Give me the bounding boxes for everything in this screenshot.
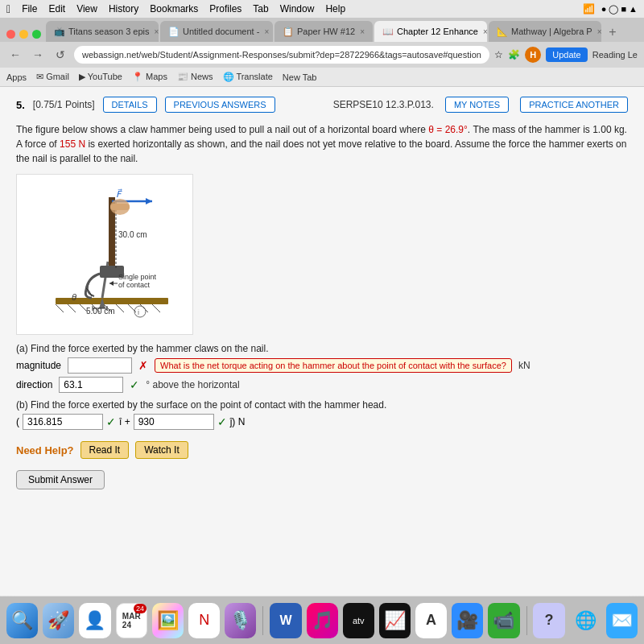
apple-menu[interactable]:  — [6, 2, 10, 15]
font-icon: A — [426, 612, 436, 629]
my-notes-button[interactable]: MY NOTES — [445, 97, 509, 113]
tab-favicon-chapter12: 📖 — [382, 27, 394, 37]
tab-untitled[interactable]: 📄 Untitled document - × — [160, 21, 273, 42]
magnitude-input[interactable] — [68, 357, 132, 374]
tab-bar: 📺 Titans season 3 epis × 📄 Untitled docu… — [0, 18, 644, 42]
bookmark-star-icon[interactable]: ☆ — [494, 49, 503, 60]
tab-close-untitled[interactable]: × — [264, 27, 269, 36]
forward-button[interactable]: → — [29, 46, 47, 64]
chrome-icon: 🌐 — [575, 610, 597, 631]
part-b-label: (b) Find the force exerted by the surfac… — [16, 399, 628, 411]
menu-bookmarks[interactable]: Bookmarks — [150, 3, 198, 14]
dock-help[interactable]: ? — [533, 603, 564, 638]
minimize-window-button[interactable] — [19, 30, 28, 39]
dock-calendar[interactable]: MAR24 24 — [116, 603, 147, 638]
bookmark-news[interactable]: 📰 News — [177, 72, 213, 82]
tab-close-chapter12[interactable]: × — [483, 27, 487, 36]
mail-icon: ✉️ — [611, 610, 633, 631]
menu-file[interactable]: File — [22, 3, 37, 14]
details-button[interactable]: DETAILS — [103, 97, 157, 113]
bookmark-apps[interactable]: Apps — [6, 72, 27, 82]
profile-avatar[interactable]: H — [525, 47, 541, 63]
dock-appletv[interactable]: atv — [343, 603, 374, 638]
dock-contacts[interactable]: 👤 — [79, 603, 110, 638]
serpse-label: SERPSE10 12.3.P.013. — [333, 99, 434, 110]
update-button[interactable]: Update — [546, 47, 587, 62]
dock: 🔍 🚀 👤 MAR24 24 🖼️ N 🎙️ W 🎵 atv 📈 A 🎥 📹 ? — [0, 596, 644, 644]
reload-button[interactable]: ↺ — [52, 46, 69, 64]
tab-titans[interactable]: 📺 Titans season 3 epis × — [46, 21, 159, 42]
new-tab-button[interactable]: + — [603, 23, 622, 42]
menu-view[interactable]: View — [76, 3, 97, 14]
need-help-label: Need Help? — [16, 444, 74, 456]
svg-text:θ: θ — [72, 292, 76, 302]
tab-mathway[interactable]: 📐 Mathway | Algebra P × — [489, 21, 601, 42]
j-component-input[interactable] — [134, 414, 214, 430]
stocks-icon: 📈 — [384, 610, 406, 631]
bookmark-maps[interactable]: 📍 Maps — [132, 72, 167, 82]
magnitude-x-mark: ✗ — [138, 359, 148, 372]
menu-window[interactable]: Window — [280, 3, 315, 14]
tab-close-titans[interactable]: × — [154, 27, 159, 36]
dock-podcasts[interactable]: 🎙️ — [225, 603, 256, 638]
dock-font[interactable]: A — [415, 603, 447, 638]
dock-chrome[interactable]: 🌐 — [570, 603, 601, 638]
close-window-button[interactable] — [6, 30, 15, 39]
svg-text:of contact: of contact — [118, 281, 151, 289]
dock-finder[interactable]: 🔍 — [6, 603, 38, 638]
watch-it-button[interactable]: Watch It — [135, 441, 188, 459]
tab-paperhw[interactable]: 📋 Paper HW #12 × — [275, 21, 373, 42]
svg-line-6 — [116, 304, 124, 312]
svg-marker-23 — [109, 281, 114, 286]
facetime-icon: 📹 — [493, 610, 514, 631]
tab-label-chapter12: Chapter 12 Enhance — [397, 27, 478, 36]
dock-zoom[interactable]: 🎥 — [452, 603, 483, 638]
magnitude-unit: kN — [518, 360, 530, 371]
address-input[interactable] — [74, 46, 489, 64]
direction-row: direction ✓ ° above the horizontal — [16, 377, 628, 393]
menu-edit[interactable]: Edit — [48, 3, 65, 14]
extensions-icon[interactable]: 🧩 — [508, 49, 520, 60]
appletv-icon: atv — [353, 616, 365, 625]
bookmark-youtube[interactable]: ▶ YouTube — [79, 72, 122, 82]
tab-chapter12[interactable]: 📖 Chapter 12 Enhance × — [374, 21, 487, 42]
dock-word[interactable]: W — [270, 603, 301, 638]
maximize-window-button[interactable] — [32, 30, 41, 39]
menu-history[interactable]: History — [109, 3, 138, 14]
menu-tab[interactable]: Tab — [253, 3, 268, 14]
svg-marker-15 — [146, 198, 152, 204]
read-it-button[interactable]: Read It — [80, 441, 130, 459]
dock-photos[interactable]: 🖼️ — [152, 603, 184, 638]
tab-close-mathway[interactable]: × — [597, 27, 601, 36]
part-b-answer-row: ( ✓ î + ✓ ĵ) N — [16, 414, 628, 430]
bookmark-translate[interactable]: 🌐 Translate — [223, 72, 273, 82]
bookmark-newtab[interactable]: New Tab — [283, 72, 317, 82]
menu-profiles[interactable]: Profiles — [209, 3, 242, 14]
open-paren: ( — [16, 416, 19, 427]
svg-text:i: i — [138, 308, 139, 316]
prev-answers-button[interactable]: PREVIOUS ANSWERS — [165, 97, 275, 113]
dock-facetime[interactable]: 📹 — [488, 603, 519, 638]
i-component-input[interactable] — [23, 414, 103, 430]
menubar:  File Edit View History Bookmarks Profi… — [0, 0, 644, 18]
direction-check-mark: ✓ — [130, 378, 139, 391]
svg-text:F⃗: F⃗ — [116, 188, 122, 199]
dock-news[interactable]: N — [188, 603, 220, 638]
wifi-icon: 📶 — [583, 3, 595, 14]
direction-input[interactable] — [59, 377, 123, 393]
tab-close-paperhw[interactable]: × — [360, 27, 365, 36]
problem-text: The figure below shows a claw hammer bei… — [16, 122, 628, 166]
back-button[interactable]: ← — [6, 46, 24, 64]
figure-container: F⃗ 30.0 cm θ Single point of contact 5.0… — [16, 174, 628, 335]
menu-help[interactable]: Help — [325, 3, 345, 14]
dock-music[interactable]: 🎵 — [307, 603, 338, 638]
bookmarks-bar: Apps ✉ Gmail ▶ YouTube 📍 Maps 📰 News 🌐 T… — [0, 68, 644, 87]
help-icon: ? — [545, 612, 554, 629]
practice-another-button[interactable]: PRACTICE ANOTHER — [520, 97, 628, 113]
dock-launchpad[interactable]: 🚀 — [43, 603, 74, 638]
submit-button[interactable]: Submit Answer — [16, 470, 105, 489]
bookmark-gmail[interactable]: ✉ Gmail — [36, 72, 69, 82]
magnitude-row: magnitude ✗ What is the net torque actin… — [16, 357, 628, 374]
dock-stocks[interactable]: 📈 — [379, 603, 411, 638]
dock-mail[interactable]: ✉️ — [606, 603, 638, 638]
